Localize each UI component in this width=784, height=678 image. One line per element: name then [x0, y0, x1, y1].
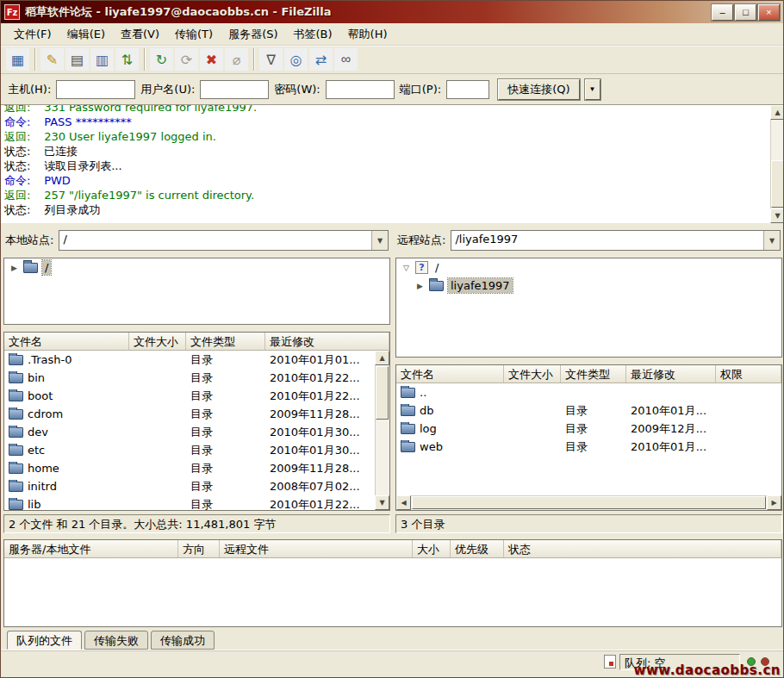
- column-modified[interactable]: 最近修改: [626, 365, 716, 383]
- file-row[interactable]: cdrom 目录 2009年11月28...: [4, 405, 375, 423]
- directory-compare-button[interactable]: ◎: [284, 48, 308, 71]
- scroll-down-button[interactable]: ▼: [770, 208, 784, 223]
- queue-list[interactable]: 服务器/本地文件 方向 远程文件 大小 优先级 状态: [3, 539, 782, 627]
- column-size[interactable]: 大小: [413, 540, 451, 557]
- local-file-list[interactable]: 文件名 文件大小 文件类型 最近修改 .Trash-0 目录 2010年01月0…: [3, 332, 390, 511]
- chevron-down-icon[interactable]: ▼: [763, 231, 780, 250]
- file-row[interactable]: initrd 目录 2008年07月02...: [4, 477, 375, 495]
- column-filesize[interactable]: 文件大小: [129, 333, 186, 350]
- expander-icon[interactable]: ▶: [415, 282, 425, 290]
- message-indicator-icon[interactable]: [604, 655, 616, 669]
- scroll-thumb[interactable]: [771, 160, 784, 208]
- menu-item[interactable]: 服务器(S): [221, 23, 285, 46]
- menu-item[interactable]: 帮助(H): [340, 23, 395, 46]
- tree-row[interactable]: ▶ /: [4, 258, 389, 277]
- column-filetype[interactable]: 文件类型: [186, 333, 265, 350]
- file-row[interactable]: lib 目录 2010年01月22...: [4, 495, 375, 510]
- menu-item[interactable]: 查看(V): [113, 23, 167, 46]
- remote-tree-child-label[interactable]: liyafe1997: [448, 278, 513, 293]
- chevron-down-icon[interactable]: ▼: [371, 231, 388, 250]
- scroll-thumb[interactable]: [412, 496, 766, 509]
- toggle-remote-tree-button[interactable]: ▥: [90, 48, 114, 71]
- column-server-local-file[interactable]: 服务器/本地文件: [4, 540, 178, 557]
- column-status[interactable]: 状态: [504, 540, 781, 557]
- local-list-scrollbar[interactable]: ▲ ▼: [375, 351, 389, 510]
- file-row[interactable]: ..: [396, 383, 781, 401]
- file-name: boot: [28, 389, 53, 402]
- file-row[interactable]: home 目录 2009年11月28...: [4, 459, 375, 477]
- file-row[interactable]: db 目录 2010年01月...: [396, 401, 781, 420]
- local-directory-tree[interactable]: ▶ /: [3, 258, 390, 325]
- tree-row[interactable]: ▽ ? /: [396, 258, 781, 277]
- menu-item[interactable]: 传输(T): [167, 23, 221, 46]
- menu-item[interactable]: 书签(B): [286, 23, 340, 46]
- file-row[interactable]: etc 目录 2010年01月30...: [4, 441, 375, 459]
- column-direction[interactable]: 方向: [178, 540, 220, 557]
- file-row[interactable]: bin 目录 2010年01月22...: [4, 369, 375, 387]
- expander-icon[interactable]: ▶: [9, 264, 19, 272]
- file-row[interactable]: dev 目录 2010年01月30...: [4, 423, 375, 441]
- column-remote-file[interactable]: 远程文件: [220, 540, 413, 557]
- remote-tree-root-label[interactable]: /: [432, 260, 441, 275]
- toggle-local-tree-button[interactable]: ▤: [65, 48, 89, 71]
- file-row[interactable]: web 目录 2010年01月...: [396, 438, 781, 456]
- cancel-operation-button[interactable]: ✖: [200, 48, 223, 71]
- toggle-queue-button[interactable]: ⇅: [115, 48, 139, 71]
- minimize-button[interactable]: –: [712, 4, 733, 21]
- log-scrollbar[interactable]: ▲ ▼: [770, 105, 784, 223]
- password-input[interactable]: [326, 80, 395, 99]
- scroll-up-button[interactable]: ▲: [375, 351, 389, 365]
- process-queue-button[interactable]: ⟳: [175, 48, 198, 71]
- column-filename[interactable]: 文件名: [4, 333, 129, 350]
- toggle-message-log-button[interactable]: ✎: [40, 48, 64, 71]
- log-message: 已连接: [44, 145, 78, 158]
- close-button[interactable]: ×: [758, 4, 780, 21]
- message-log[interactable]: 返回: 331 Password required for liyafe1997…: [1, 105, 784, 223]
- scroll-up-button[interactable]: ▲: [770, 105, 784, 120]
- file-row[interactable]: .Trash-0 目录 2010年01月01...: [4, 351, 375, 369]
- sync-browse-button[interactable]: ⇄: [309, 48, 333, 71]
- column-filesize[interactable]: 文件大小: [504, 365, 561, 383]
- file-row[interactable]: boot 目录 2010年01月22...: [4, 387, 375, 405]
- remote-site-value: /liyafe1997: [451, 231, 763, 250]
- scroll-down-button[interactable]: ▼: [375, 495, 389, 510]
- titlebar[interactable]: Fz 稻草软件论坛 - liyafe1997@daocaobbs.cn - Fi…: [1, 1, 783, 23]
- menu-item[interactable]: 编辑(E): [59, 23, 113, 46]
- disconnect-button[interactable]: ⌀: [225, 48, 248, 71]
- port-input[interactable]: [446, 80, 489, 99]
- remote-list-hscrollbar[interactable]: ◀ ▶: [396, 495, 781, 510]
- column-priority[interactable]: 优先级: [451, 540, 504, 557]
- scroll-thumb[interactable]: [376, 366, 389, 420]
- menu-item[interactable]: 文件(F): [6, 23, 59, 46]
- toolbar-separator[interactable]: [250, 48, 258, 71]
- queue-tab[interactable]: 传输成功: [151, 631, 215, 650]
- queue-tab[interactable]: 队列的文件: [7, 631, 82, 650]
- quickconnect-dropdown-button[interactable]: ▼: [585, 79, 600, 100]
- toolbar-separator[interactable]: [140, 48, 148, 71]
- column-modified[interactable]: 最近修改: [265, 333, 389, 350]
- remote-directory-tree[interactable]: ▽ ? / ▶ liyafe1997: [395, 258, 782, 358]
- site-manager-button[interactable]: ▦: [6, 48, 29, 71]
- scroll-left-button[interactable]: ◀: [396, 495, 411, 510]
- column-permissions[interactable]: 权限: [716, 365, 781, 383]
- file-row[interactable]: log 目录 2009年12月...: [396, 420, 781, 438]
- find-files-button[interactable]: ∞: [334, 48, 358, 71]
- column-filename[interactable]: 文件名: [396, 365, 504, 383]
- local-site-combo[interactable]: / ▼: [59, 230, 389, 251]
- local-tree-root-label[interactable]: /: [42, 260, 51, 275]
- maximize-button[interactable]: □: [735, 4, 756, 21]
- remote-file-list[interactable]: 文件名 文件大小 文件类型 最近修改 权限 ..: [395, 364, 782, 511]
- quickconnect-button[interactable]: 快速连接(Q): [498, 79, 579, 100]
- queue-tab[interactable]: 传输失败: [84, 631, 148, 650]
- refresh-button[interactable]: ↻: [150, 48, 173, 71]
- expander-icon[interactable]: ▽: [401, 264, 411, 272]
- tree-row[interactable]: ▶ liyafe1997: [396, 277, 781, 295]
- folder-icon: [401, 442, 415, 452]
- remote-site-combo[interactable]: /liyafe1997 ▼: [451, 230, 781, 251]
- scroll-right-button[interactable]: ▶: [767, 495, 781, 510]
- filter-button[interactable]: ∇: [259, 48, 283, 71]
- host-input[interactable]: [56, 80, 135, 99]
- column-filetype[interactable]: 文件类型: [561, 365, 626, 383]
- toolbar-separator[interactable]: [31, 48, 39, 71]
- username-input[interactable]: [200, 80, 269, 99]
